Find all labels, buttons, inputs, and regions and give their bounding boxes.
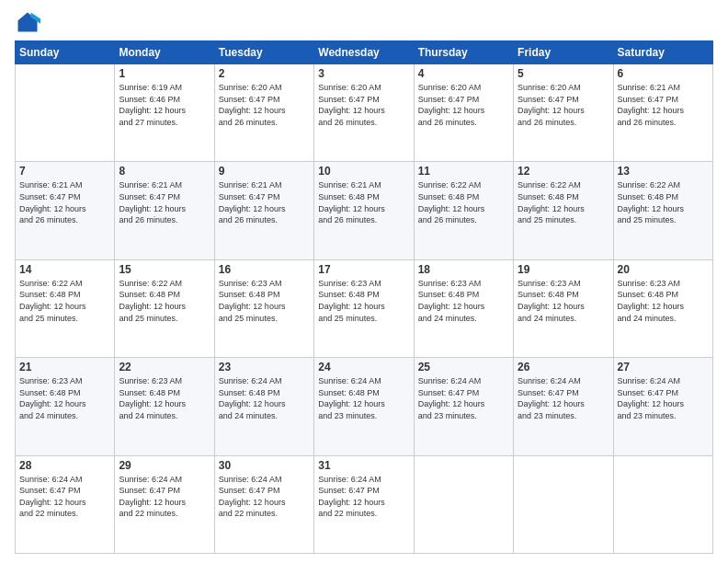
day-cell: 7Sunrise: 6:21 AM Sunset: 6:47 PM Daylig…: [16, 162, 115, 259]
header: [15, 9, 713, 35]
day-info: Sunrise: 6:21 AM Sunset: 6:47 PM Dayligh…: [219, 179, 310, 225]
day-cell: 14Sunrise: 6:22 AM Sunset: 6:48 PM Dayli…: [16, 259, 115, 357]
day-number: 19: [518, 263, 609, 276]
day-cell: 18Sunrise: 6:23 AM Sunset: 6:48 PM Dayli…: [414, 259, 513, 357]
day-cell: 30Sunrise: 6:24 AM Sunset: 6:47 PM Dayli…: [214, 455, 313, 553]
day-number: 4: [418, 67, 509, 80]
day-cell: 23Sunrise: 6:24 AM Sunset: 6:48 PM Dayli…: [214, 358, 313, 455]
week-row-2: 7Sunrise: 6:21 AM Sunset: 6:47 PM Daylig…: [16, 162, 713, 259]
day-cell: 3Sunrise: 6:20 AM Sunset: 6:47 PM Daylig…: [314, 64, 414, 162]
day-cell: 24Sunrise: 6:24 AM Sunset: 6:48 PM Dayli…: [314, 358, 414, 455]
day-number: 9: [219, 165, 310, 178]
day-cell: 5Sunrise: 6:20 AM Sunset: 6:47 PM Daylig…: [514, 64, 613, 162]
day-cell: 13Sunrise: 6:22 AM Sunset: 6:48 PM Dayli…: [613, 162, 712, 259]
day-cell: 10Sunrise: 6:21 AM Sunset: 6:48 PM Dayli…: [314, 162, 414, 259]
day-info: Sunrise: 6:24 AM Sunset: 6:47 PM Dayligh…: [318, 474, 409, 520]
day-number: 30: [219, 459, 310, 472]
week-row-1: 1Sunrise: 6:19 AM Sunset: 6:46 PM Daylig…: [16, 64, 713, 162]
day-cell: 6Sunrise: 6:21 AM Sunset: 6:47 PM Daylig…: [613, 64, 712, 162]
day-number: 11: [418, 165, 509, 178]
day-cell: 27Sunrise: 6:24 AM Sunset: 6:47 PM Dayli…: [613, 358, 712, 455]
day-number: 26: [518, 361, 609, 373]
day-cell: 12Sunrise: 6:22 AM Sunset: 6:48 PM Dayli…: [514, 162, 613, 259]
day-cell: [16, 64, 115, 162]
day-cell: 1Sunrise: 6:19 AM Sunset: 6:46 PM Daylig…: [115, 64, 214, 162]
day-cell: 2Sunrise: 6:20 AM Sunset: 6:47 PM Daylig…: [214, 64, 313, 162]
day-info: Sunrise: 6:24 AM Sunset: 6:48 PM Dayligh…: [219, 375, 310, 421]
weekday-header-saturday: Saturday: [613, 41, 712, 64]
day-number: 3: [318, 67, 409, 80]
day-number: 7: [19, 165, 110, 178]
week-row-5: 28Sunrise: 6:24 AM Sunset: 6:47 PM Dayli…: [16, 455, 713, 553]
day-info: Sunrise: 6:22 AM Sunset: 6:48 PM Dayligh…: [418, 179, 509, 225]
day-cell: 17Sunrise: 6:23 AM Sunset: 6:48 PM Dayli…: [314, 259, 414, 357]
day-number: 23: [219, 361, 310, 373]
day-number: 28: [19, 459, 110, 472]
day-cell: 22Sunrise: 6:23 AM Sunset: 6:48 PM Dayli…: [115, 358, 214, 455]
day-number: 21: [19, 361, 110, 373]
day-info: Sunrise: 6:22 AM Sunset: 6:48 PM Dayligh…: [618, 179, 709, 225]
day-info: Sunrise: 6:20 AM Sunset: 6:47 PM Dayligh…: [318, 82, 409, 128]
day-info: Sunrise: 6:23 AM Sunset: 6:48 PM Dayligh…: [219, 278, 310, 324]
day-number: 5: [518, 67, 609, 80]
day-info: Sunrise: 6:23 AM Sunset: 6:48 PM Dayligh…: [19, 375, 110, 421]
day-cell: 15Sunrise: 6:22 AM Sunset: 6:48 PM Dayli…: [115, 259, 214, 357]
day-info: Sunrise: 6:22 AM Sunset: 6:48 PM Dayligh…: [518, 179, 609, 225]
day-cell: [613, 455, 712, 553]
day-cell: 19Sunrise: 6:23 AM Sunset: 6:48 PM Dayli…: [514, 259, 613, 357]
logo: [15, 9, 44, 35]
day-info: Sunrise: 6:22 AM Sunset: 6:48 PM Dayligh…: [119, 278, 210, 324]
day-cell: 29Sunrise: 6:24 AM Sunset: 6:47 PM Dayli…: [115, 455, 214, 553]
day-cell: 11Sunrise: 6:22 AM Sunset: 6:48 PM Dayli…: [414, 162, 513, 259]
day-info: Sunrise: 6:21 AM Sunset: 6:47 PM Dayligh…: [618, 82, 709, 128]
day-cell: 21Sunrise: 6:23 AM Sunset: 6:48 PM Dayli…: [16, 358, 115, 455]
day-number: 12: [518, 165, 609, 178]
day-number: 8: [119, 165, 210, 178]
day-number: 15: [119, 263, 210, 276]
day-cell: 16Sunrise: 6:23 AM Sunset: 6:48 PM Dayli…: [214, 259, 313, 357]
day-cell: [514, 455, 613, 553]
day-info: Sunrise: 6:24 AM Sunset: 6:48 PM Dayligh…: [318, 375, 409, 421]
day-number: 22: [119, 361, 210, 373]
week-row-3: 14Sunrise: 6:22 AM Sunset: 6:48 PM Dayli…: [16, 259, 713, 357]
day-number: 14: [19, 263, 110, 276]
day-info: Sunrise: 6:20 AM Sunset: 6:47 PM Dayligh…: [518, 82, 609, 128]
day-cell: 25Sunrise: 6:24 AM Sunset: 6:47 PM Dayli…: [414, 358, 513, 455]
day-info: Sunrise: 6:23 AM Sunset: 6:48 PM Dayligh…: [618, 278, 709, 324]
day-number: 27: [618, 361, 709, 373]
day-info: Sunrise: 6:24 AM Sunset: 6:47 PM Dayligh…: [119, 474, 210, 520]
weekday-header-sunday: Sunday: [16, 41, 115, 64]
day-info: Sunrise: 6:24 AM Sunset: 6:47 PM Dayligh…: [518, 375, 609, 421]
day-number: 10: [318, 165, 409, 178]
page: SundayMondayTuesdayWednesdayThursdayFrid…: [0, 0, 728, 563]
logo-icon: [15, 9, 40, 35]
day-info: Sunrise: 6:21 AM Sunset: 6:48 PM Dayligh…: [318, 179, 409, 225]
day-number: 1: [119, 67, 210, 80]
day-number: 25: [418, 361, 509, 373]
weekday-header-thursday: Thursday: [414, 41, 513, 64]
day-cell: 8Sunrise: 6:21 AM Sunset: 6:47 PM Daylig…: [115, 162, 214, 259]
day-info: Sunrise: 6:22 AM Sunset: 6:48 PM Dayligh…: [19, 278, 110, 324]
week-row-4: 21Sunrise: 6:23 AM Sunset: 6:48 PM Dayli…: [16, 358, 713, 455]
day-info: Sunrise: 6:23 AM Sunset: 6:48 PM Dayligh…: [418, 278, 509, 324]
day-info: Sunrise: 6:24 AM Sunset: 6:47 PM Dayligh…: [418, 375, 509, 421]
day-info: Sunrise: 6:23 AM Sunset: 6:48 PM Dayligh…: [318, 278, 409, 324]
day-info: Sunrise: 6:20 AM Sunset: 6:47 PM Dayligh…: [418, 82, 509, 128]
day-info: Sunrise: 6:24 AM Sunset: 6:47 PM Dayligh…: [219, 474, 310, 520]
day-number: 17: [318, 263, 409, 276]
day-info: Sunrise: 6:19 AM Sunset: 6:46 PM Dayligh…: [119, 82, 210, 128]
day-info: Sunrise: 6:21 AM Sunset: 6:47 PM Dayligh…: [119, 179, 210, 225]
calendar-table: SundayMondayTuesdayWednesdayThursdayFrid…: [15, 40, 713, 554]
day-cell: 4Sunrise: 6:20 AM Sunset: 6:47 PM Daylig…: [414, 64, 513, 162]
day-info: Sunrise: 6:23 AM Sunset: 6:48 PM Dayligh…: [119, 375, 210, 421]
day-info: Sunrise: 6:21 AM Sunset: 6:47 PM Dayligh…: [19, 179, 110, 225]
day-cell: [414, 455, 513, 553]
day-number: 13: [618, 165, 709, 178]
day-number: 31: [318, 459, 409, 472]
day-info: Sunrise: 6:23 AM Sunset: 6:48 PM Dayligh…: [518, 278, 609, 324]
weekday-header-row: SundayMondayTuesdayWednesdayThursdayFrid…: [16, 41, 713, 64]
day-cell: 26Sunrise: 6:24 AM Sunset: 6:47 PM Dayli…: [514, 358, 613, 455]
day-cell: 31Sunrise: 6:24 AM Sunset: 6:47 PM Dayli…: [314, 455, 414, 553]
day-number: 24: [318, 361, 409, 373]
weekday-header-tuesday: Tuesday: [214, 41, 313, 64]
